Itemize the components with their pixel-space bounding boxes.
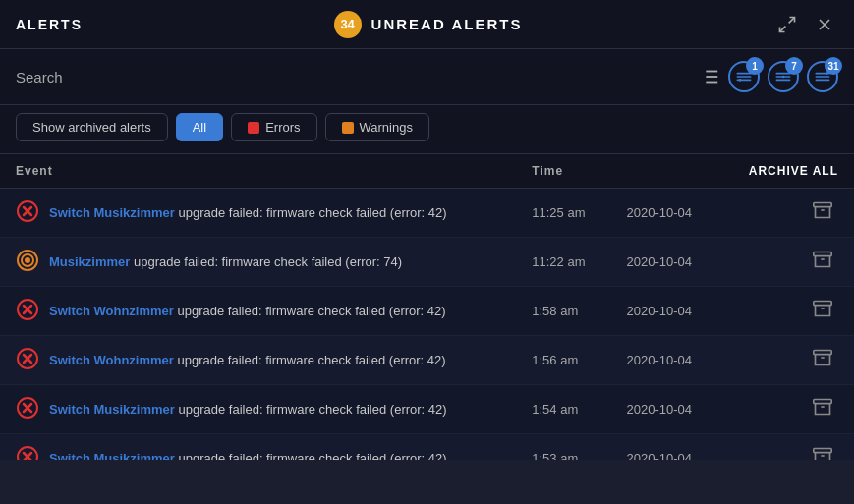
device-link[interactable]: Musikzimmer	[49, 254, 130, 269]
filter-errors-button[interactable]: Errors	[231, 113, 316, 141]
event-message: upgrade failed: firmware check failed (e…	[178, 353, 446, 367]
archive-icon	[813, 348, 832, 367]
event-message: upgrade failed: firmware check failed (e…	[134, 254, 402, 269]
error-dot	[248, 122, 259, 134]
expand-button[interactable]	[773, 11, 801, 38]
error-icon	[16, 347, 39, 370]
event-message: upgrade failed: firmware check failed (e…	[179, 205, 447, 220]
svg-point-10	[739, 79, 742, 82]
date-cell: 2020-10-04	[610, 336, 718, 385]
table-row: Switch Musikzimmer upgrade failed: firmw…	[0, 189, 854, 238]
archive-cell	[718, 336, 854, 385]
filter-3-icon: 31	[807, 61, 838, 92]
page-title: ALERTS	[16, 17, 83, 32]
archive-cell	[718, 385, 854, 434]
filter-bar: Show archived alerts All Errors Warnings	[0, 105, 854, 154]
device-link[interactable]: Switch Musikzimmer	[49, 451, 175, 460]
header-center: 34 UNREAD ALERTS	[334, 11, 523, 38]
alerts-table: Event Time ARCHIVE ALL Switch Musikzimme…	[0, 154, 854, 460]
archive-cell	[718, 434, 854, 461]
filter-2-icon: 7	[768, 61, 799, 92]
device-link[interactable]: Switch Musikzimmer	[49, 205, 175, 220]
filter-1-button[interactable]: 1	[728, 61, 760, 92]
table-row: Switch Wohnzimmer upgrade failed: firmwa…	[0, 287, 854, 336]
table-row: Switch Musikzimmer upgrade failed: firmw…	[0, 434, 854, 461]
event-message: upgrade failed: firmware check failed (e…	[179, 451, 447, 460]
svg-point-11	[782, 76, 785, 79]
warning-icon	[16, 249, 39, 272]
list-icon	[699, 66, 720, 87]
archive-icon	[813, 397, 832, 417]
archive-row-button[interactable]	[807, 444, 838, 460]
time-cell: 11:25 am	[516, 189, 610, 238]
svg-rect-16	[814, 203, 831, 207]
archive-icon	[813, 446, 832, 460]
archive-row-button[interactable]	[807, 395, 838, 423]
col-date	[610, 154, 718, 189]
archive-row-button[interactable]	[807, 297, 838, 325]
date-cell: 2020-10-04	[610, 287, 718, 336]
event-cell: Switch Musikzimmer upgrade failed: firmw…	[0, 189, 516, 238]
table-header-row: Event Time ARCHIVE ALL	[0, 154, 854, 189]
error-icon	[16, 396, 39, 420]
time-cell: 1:53 am	[516, 434, 610, 461]
filter-3-button[interactable]: 31	[807, 61, 838, 92]
close-button[interactable]	[811, 11, 838, 38]
table-row: Musikzimmer upgrade failed: firmware che…	[0, 238, 854, 287]
alerts-table-container: Event Time ARCHIVE ALL Switch Musikzimme…	[0, 154, 854, 460]
archive-icon	[813, 250, 832, 269]
filter-1-badge: 1	[746, 57, 764, 75]
time-cell: 1:58 am	[516, 287, 610, 336]
error-icon	[16, 199, 39, 223]
archive-cell	[718, 238, 854, 287]
filter-warnings-button[interactable]: Warnings	[325, 113, 429, 141]
event-cell: Switch Wohnzimmer upgrade failed: firmwa…	[0, 287, 516, 336]
col-event: Event	[0, 154, 516, 189]
event-cell: Switch Wohnzimmer upgrade failed: firmwa…	[0, 336, 516, 385]
col-time: Time	[516, 154, 610, 189]
svg-line-1	[780, 26, 786, 31]
time-cell: 11:22 am	[516, 238, 610, 287]
event-cell: Switch Musikzimmer upgrade failed: firmw…	[0, 385, 516, 434]
search-icons: 1 7 31	[699, 61, 838, 92]
svg-rect-26	[814, 302, 831, 306]
archive-icon	[813, 299, 832, 318]
search-bar: 1 7 31	[0, 49, 854, 105]
device-link[interactable]: Switch Wohnzimmer	[49, 353, 174, 367]
archive-row-button[interactable]	[807, 198, 838, 227]
header: ALERTS 34 UNREAD ALERTS	[0, 0, 854, 49]
date-cell: 2020-10-04	[610, 385, 718, 434]
svg-rect-31	[814, 351, 831, 355]
time-cell: 1:56 am	[516, 336, 610, 385]
archive-cell	[718, 189, 854, 238]
filter-all-button[interactable]: All	[176, 113, 223, 141]
svg-rect-21	[814, 252, 831, 256]
filter-2-button[interactable]: 7	[768, 61, 799, 92]
svg-line-0	[789, 17, 795, 23]
list-view-button[interactable]	[699, 66, 720, 87]
date-cell: 2020-10-04	[610, 238, 718, 287]
header-actions	[773, 11, 838, 38]
error-icon	[16, 445, 39, 460]
unread-label: UNREAD ALERTS	[371, 16, 523, 32]
date-cell: 2020-10-04	[610, 434, 718, 461]
event-cell: Switch Musikzimmer upgrade failed: firmw…	[0, 434, 516, 461]
show-archived-button[interactable]: Show archived alerts	[16, 113, 168, 141]
archive-row-button[interactable]	[807, 248, 838, 276]
table-row: Switch Wohnzimmer upgrade failed: firmwa…	[0, 336, 854, 385]
unread-badge: 34	[334, 11, 362, 38]
filter-1-icon: 1	[728, 61, 760, 92]
archive-cell	[718, 287, 854, 336]
search-input[interactable]	[16, 69, 699, 85]
archive-icon	[813, 200, 832, 220]
event-cell: Musikzimmer upgrade failed: firmware che…	[0, 238, 516, 287]
svg-rect-41	[814, 449, 831, 453]
error-icon	[16, 298, 39, 321]
table-row: Switch Musikzimmer upgrade failed: firmw…	[0, 385, 854, 434]
event-message: upgrade failed: firmware check failed (e…	[178, 304, 446, 318]
archive-all-button[interactable]: ARCHIVE ALL	[718, 154, 854, 189]
device-link[interactable]: Switch Wohnzimmer	[49, 304, 174, 318]
archive-row-button[interactable]	[807, 346, 838, 374]
filter-2-badge: 7	[785, 57, 803, 75]
device-link[interactable]: Switch Musikzimmer	[49, 402, 175, 417]
